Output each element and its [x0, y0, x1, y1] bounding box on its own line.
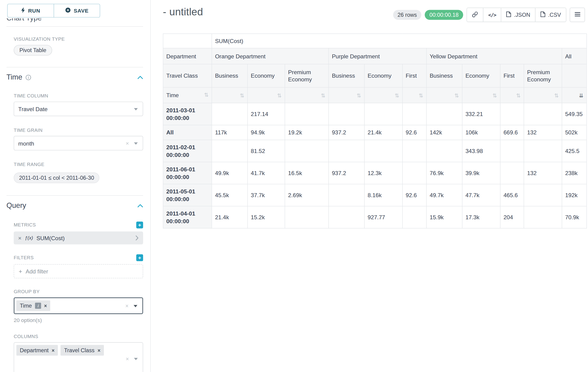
pivot-cell: 76.9k: [427, 162, 462, 184]
save-button[interactable]: SAVE: [53, 4, 100, 17]
group-by-chip[interactable]: Time i ×: [16, 300, 50, 311]
add-filter-dropzone[interactable]: + Add filter: [14, 264, 143, 278]
remove-chip-icon[interactable]: ×: [44, 303, 47, 309]
sort-header-cell: [524, 87, 562, 103]
time-column-select[interactable]: Travel Date: [14, 102, 143, 116]
columns-chip[interactable]: Department ×: [16, 345, 58, 356]
time-section-title: Time: [7, 73, 22, 81]
sort-icon[interactable]: [357, 93, 361, 98]
export-json-button[interactable]: .JSON: [501, 8, 535, 22]
pivot-cell: 17.3k: [462, 206, 500, 228]
embed-code-button[interactable]: </>: [483, 8, 501, 22]
remove-chip-icon[interactable]: ×: [98, 347, 100, 353]
chevron-right-icon[interactable]: [136, 235, 138, 241]
pivot-cell: 45.5k: [212, 184, 248, 206]
time-grain-select[interactable]: month ×: [14, 136, 143, 150]
chart-title[interactable]: - untitled: [163, 6, 203, 18]
query-section-title: Query: [7, 201, 26, 210]
viz-type-label: VISUALIZATION TYPE: [14, 36, 143, 42]
file-export-icon: [506, 11, 511, 18]
sort-icon[interactable]: [395, 93, 399, 98]
run-button[interactable]: RUN: [7, 4, 54, 17]
pivot-cell: 47.7k: [462, 184, 500, 206]
row-header: 2011-05-01 00:00:00: [163, 184, 212, 206]
sort-icon[interactable]: [516, 93, 521, 98]
sort-icon[interactable]: [277, 93, 282, 98]
sort-descending-icon[interactable]: [579, 93, 583, 98]
column-info-icon: i: [35, 303, 41, 309]
chart-panel: - untitled 26 rows 00:00:00.18 </> .JSON: [151, 0, 588, 372]
share-link-button[interactable]: [467, 8, 483, 22]
pivot-corner-cell: [163, 34, 212, 48]
more-options-button[interactable]: [570, 8, 585, 22]
row-header: 2011-06-01 00:00:00: [163, 162, 212, 184]
pivot-cell: [329, 184, 364, 206]
columns-chip[interactable]: Travel Class ×: [61, 345, 104, 356]
pivot-cell: 19.2k: [285, 125, 329, 140]
add-metric-button[interactable]: +: [136, 222, 143, 228]
clear-icon[interactable]: ×: [126, 140, 129, 147]
sort-icon[interactable]: [240, 93, 244, 98]
pivot-cell: 132: [524, 162, 562, 184]
add-filter-button[interactable]: +: [136, 254, 143, 261]
row-header: 2011-03-01 00:00:00: [163, 103, 212, 125]
pivot-cell: 669.6: [500, 125, 524, 140]
pivot-cell: [427, 103, 462, 125]
metric-header-cell: SUM(Cost): [212, 34, 587, 48]
run-save-button-group: RUN SAVE: [7, 4, 100, 17]
collapse-chevron-up-icon[interactable]: [137, 204, 143, 207]
class-header: Business: [329, 64, 364, 87]
pivot-cell: 549.35: [562, 103, 587, 125]
pivot-cell: 343.98: [462, 140, 500, 162]
pivot-cell: 937.2: [329, 162, 364, 184]
sort-icon[interactable]: [455, 93, 459, 98]
pivot-cell: 465.6: [500, 184, 524, 206]
pivot-cell: 16.5k: [285, 162, 329, 184]
sort-icon[interactable]: [493, 93, 497, 98]
pivot-cell: [364, 103, 402, 125]
export-csv-button[interactable]: .CSV: [535, 8, 566, 22]
pivot-cell: 15.9k: [427, 206, 462, 228]
time-grain-value: month: [18, 140, 34, 147]
time-dim-header: Time: [163, 87, 212, 103]
time-range-label: TIME RANGE: [14, 162, 143, 167]
collapse-chevron-up-icon[interactable]: [137, 75, 143, 79]
pivot-cell: 21.4k: [364, 125, 402, 140]
sort-header-cell: [285, 87, 329, 103]
info-icon: [25, 74, 31, 80]
pivot-cell: [500, 140, 524, 162]
columns-select[interactable]: Department × Travel Class × ×: [14, 342, 143, 372]
sort-header-cell: [364, 87, 402, 103]
metrics-label: METRICS: [14, 222, 36, 228]
group-by-select[interactable]: Time i × ×: [14, 297, 143, 314]
sort-icon[interactable]: [419, 93, 423, 98]
pivot-cell: 238k: [562, 162, 587, 184]
pivot-cell: [524, 184, 562, 206]
time-range-pill[interactable]: 2011-01-01 ≤ col < 2011-06-30: [14, 172, 99, 183]
pivot-table: SUM(Cost) Department Orange Department P…: [163, 33, 587, 228]
viz-type-pill[interactable]: Pivot Table: [14, 45, 52, 55]
class-header: Economy: [248, 64, 285, 87]
columns-chip-label: Department: [20, 347, 49, 353]
group-by-label: GROUP BY: [14, 289, 143, 294]
chevron-down-icon: [134, 358, 137, 360]
time-column-value: Travel Date: [18, 106, 48, 112]
remove-chip-icon[interactable]: ×: [52, 347, 54, 353]
plus-icon: +: [138, 255, 141, 260]
sort-icon[interactable]: [321, 93, 325, 98]
plus-icon: +: [138, 222, 141, 228]
columns-label: COLUMNS: [14, 334, 143, 339]
clear-icon[interactable]: ×: [126, 355, 129, 362]
clear-icon[interactable]: ×: [125, 302, 128, 309]
divider: [7, 195, 143, 196]
remove-metric-icon[interactable]: ×: [18, 235, 21, 241]
pivot-cell: [427, 140, 462, 162]
pivot-cell: 192k: [562, 184, 587, 206]
sort-icon[interactable]: [204, 92, 209, 98]
sort-icon[interactable]: [554, 93, 559, 98]
dept-header: Purple Department: [329, 48, 427, 64]
row-header: All: [163, 125, 212, 140]
time-section-header: Time: [7, 73, 143, 82]
class-header: Business: [427, 64, 462, 87]
metric-chip[interactable]: × ƒ(x) SUM(Cost): [14, 232, 143, 244]
